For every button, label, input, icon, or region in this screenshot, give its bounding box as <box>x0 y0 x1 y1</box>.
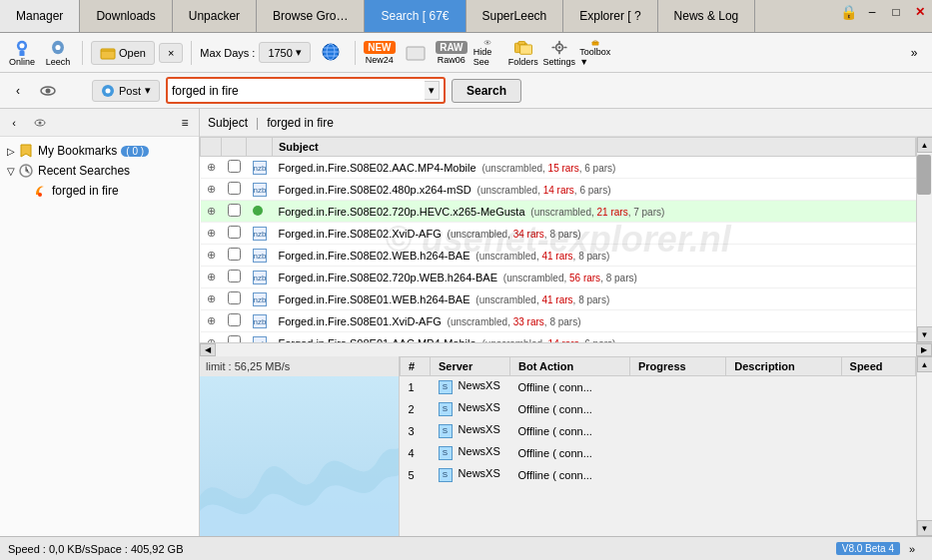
dl-bot-action: Offline ( conn... <box>510 398 630 420</box>
row-check[interactable] <box>222 245 247 267</box>
row-expand[interactable]: ⊕ <box>201 201 222 223</box>
left-eye-icon[interactable] <box>28 111 52 135</box>
dl-scrollbar[interactable]: ▲ ▼ <box>916 356 932 536</box>
row-check[interactable] <box>222 332 247 343</box>
table-row[interactable]: ⊕ nzb Forged.in.Fire.S08E02.720p.WEB.h26… <box>201 267 916 288</box>
table-row[interactable]: ⊕ nzb Forged.in.Fire.S08E01.WEB.h264-BAE… <box>201 288 916 310</box>
dl-col-#[interactable]: # <box>401 357 431 376</box>
table-row[interactable]: ⊕ nzb Forged.in.Fire.S08E02.480p.x264-mS… <box>201 179 916 201</box>
table-row[interactable]: ⊕ nzb Forged.in.Fire.S08E02.AAC.MP4-Mobi… <box>201 157 916 179</box>
table-row[interactable]: ⊕ nzb Forged.in.Fire.S08E02.XviD-AFG (un… <box>201 223 916 245</box>
table-row[interactable]: ⊕ nzb Forged.in.Fire.S08E01.XviD-AFG (un… <box>201 310 916 332</box>
dl-server: S NewsXS <box>431 464 510 486</box>
results-table: © usenet-explorer.nl Subject ⊕ nzb <box>200 137 916 342</box>
table-row[interactable]: ⊕ Forged.in.Fire.S08E02.720p.HEVC.x265-M… <box>201 201 916 223</box>
search-button[interactable]: Search <box>452 79 521 103</box>
collapse-left-icon[interactable]: ‹ <box>6 79 30 103</box>
status-expand-icon[interactable]: » <box>900 537 924 561</box>
dl-scroll-up[interactable]: ▲ <box>917 356 933 372</box>
scroll-up-arrow[interactable]: ▲ <box>917 137 933 153</box>
tab-newslog[interactable]: News & Log <box>658 0 756 32</box>
eye-filter-icon[interactable] <box>36 79 60 103</box>
dl-description <box>726 398 841 420</box>
row-check[interactable] <box>222 179 247 201</box>
settings-button[interactable]: Settings <box>543 37 575 69</box>
row-expand[interactable]: ⊕ <box>201 245 222 267</box>
downloads-panel: limit : 56,25 MB/s #ServerBot ActionProg… <box>200 356 932 536</box>
recent-item-forged[interactable]: forged in fire <box>28 181 199 201</box>
row-expand[interactable]: ⊕ <box>201 179 222 201</box>
row-check[interactable] <box>222 267 247 288</box>
row-expand[interactable]: ⊕ <box>201 332 222 343</box>
dl-row[interactable]: 5 S NewsXS Offline ( conn... <box>401 464 916 486</box>
hide-see-button[interactable]: Hide See <box>471 37 503 69</box>
row-expand[interactable]: ⊕ <box>201 288 222 310</box>
tab-browse[interactable]: Browse Gro… <box>257 0 365 32</box>
toolbox-button[interactable]: Toolbox ▼ <box>579 37 611 69</box>
search-globe-icon[interactable] <box>315 37 347 69</box>
space-label: Space : 405,92 GB <box>91 543 184 555</box>
bookmarks-item[interactable]: ▷ My Bookmarks ( 0 ) <box>0 141 199 161</box>
dl-col-bot-action[interactable]: Bot Action <box>510 357 630 376</box>
left-collapse-icon[interactable]: ‹ <box>2 111 26 135</box>
new24-button[interactable]: NEW New24 <box>364 37 396 69</box>
open-button[interactable]: Open <box>91 41 155 65</box>
empty-button[interactable] <box>400 37 432 69</box>
folders-button[interactable]: Folders <box>507 37 539 69</box>
dl-row[interactable]: 1 S NewsXS Offline ( conn... <box>401 376 916 398</box>
close-tab-button[interactable]: × <box>159 43 183 63</box>
results-scrollbar[interactable]: ▲ ▼ <box>916 137 932 342</box>
row-expand[interactable]: ⊕ <box>201 267 222 288</box>
search-input[interactable] <box>172 84 425 98</box>
row-expand[interactable]: ⊕ <box>201 223 222 245</box>
search-dropdown[interactable]: ▾ <box>425 81 440 100</box>
close-button[interactable]: ✕ <box>908 0 932 24</box>
tab-downloads[interactable]: Downloads <box>80 0 172 32</box>
dl-row[interactable]: 3 S NewsXS Offline ( conn... <box>401 420 916 442</box>
leech-button[interactable]: Leech <box>42 37 74 69</box>
row-check[interactable] <box>222 288 247 310</box>
left-menu-icon[interactable]: ≡ <box>173 111 197 135</box>
recent-expand[interactable]: ▽ <box>4 164 18 178</box>
row-expand[interactable]: ⊕ <box>201 157 222 179</box>
recent-searches-item[interactable]: ▽ Recent Searches <box>0 161 199 181</box>
svg-rect-22 <box>563 46 566 48</box>
tab-search[interactable]: Search [ 67€ <box>365 0 466 32</box>
bookmarks-expand[interactable]: ▷ <box>4 144 18 158</box>
tab-unpacker[interactable]: Unpacker <box>173 0 257 32</box>
online-button[interactable]: Online <box>6 37 38 69</box>
maximize-button[interactable]: □ <box>884 0 908 24</box>
dl-col-description[interactable]: Description <box>726 357 841 376</box>
row-check[interactable] <box>222 223 247 245</box>
post-button[interactable]: Post ▾ <box>92 80 160 102</box>
raw06-button[interactable]: RAW Raw06 <box>436 37 467 69</box>
row-expand[interactable]: ⊕ <box>201 310 222 332</box>
hscroll-left[interactable]: ◀ <box>200 343 216 356</box>
dl-scroll-down[interactable]: ▼ <box>917 520 933 536</box>
row-check[interactable] <box>222 310 247 332</box>
status-bar: Speed : 0,0 KB/s Space : 405,92 GB V8.0 … <box>0 536 932 560</box>
scroll-down-arrow[interactable]: ▼ <box>917 326 933 342</box>
collapse-right-icon[interactable]: » <box>902 41 926 65</box>
tab-explorer[interactable]: Explorer [ ? <box>563 0 657 32</box>
minimize-button[interactable]: – <box>860 0 884 24</box>
dl-row[interactable]: 4 S NewsXS Offline ( conn... <box>401 442 916 464</box>
scroll-thumb[interactable] <box>917 155 931 195</box>
tab-manager[interactable]: Manager <box>0 0 80 32</box>
hscroll-right[interactable]: ▶ <box>916 343 932 356</box>
table-row[interactable]: ⊕ nzb Forged.in.Fire.S08E02.WEB.h264-BAE… <box>201 245 916 267</box>
dl-row[interactable]: 2 S NewsXS Offline ( conn... <box>401 398 916 420</box>
maxdays-dropdown[interactable]: 1750 ▾ <box>259 42 310 63</box>
row-check[interactable] <box>222 157 247 179</box>
row-check[interactable] <box>222 201 247 223</box>
lock-icon[interactable]: 🔒 <box>836 0 860 24</box>
dl-col-progress[interactable]: Progress <box>630 357 726 376</box>
col-subject[interactable]: Subject <box>273 138 916 157</box>
dl-col-speed[interactable]: Speed <box>841 357 915 376</box>
new24-label: New24 <box>366 55 394 65</box>
dl-bot-action: Offline ( conn... <box>510 464 630 486</box>
table-row[interactable]: ⊕ nzb Forged.in.Fire.S08E01.AAC.MP4-Mobi… <box>201 332 916 343</box>
tab-superleech[interactable]: SuperLeech <box>466 0 564 32</box>
h-scrollbar[interactable]: ◀ ▶ <box>200 342 932 356</box>
dl-col-server[interactable]: Server <box>431 357 510 376</box>
